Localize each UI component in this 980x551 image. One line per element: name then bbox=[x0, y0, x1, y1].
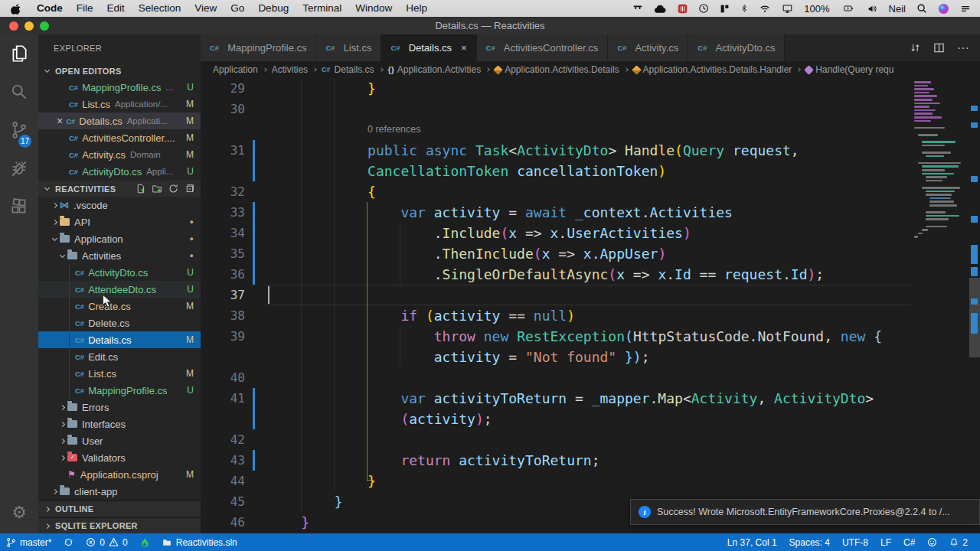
code-line[interactable]: 29 } bbox=[201, 78, 980, 99]
open-editor-item[interactable]: C#MappingProfile.cs...U bbox=[38, 79, 201, 96]
line-number[interactable]: 34 bbox=[201, 223, 245, 243]
line-number[interactable]: 39 bbox=[201, 326, 245, 347]
code-line[interactable]: 39 throw new RestException(HttpStatusCod… bbox=[201, 326, 980, 347]
code-line[interactable]: 36 .SingleOrDefaultAsync(x => x.Id == re… bbox=[201, 264, 980, 285]
minimize-window-button[interactable] bbox=[24, 21, 34, 31]
code-line[interactable]: 31 public async Task<ActivityDto> Handle… bbox=[201, 140, 980, 161]
parallels-icon[interactable] bbox=[678, 4, 688, 14]
code-line[interactable]: 33 var activity = await _context.Activit… bbox=[201, 202, 980, 223]
collapse-all-icon[interactable] bbox=[185, 184, 194, 194]
line-number[interactable]: 29 bbox=[201, 78, 245, 99]
line-number[interactable]: 38 bbox=[201, 305, 245, 326]
titlebar[interactable]: Details.cs — Reactivities bbox=[0, 17, 980, 34]
menu-debug[interactable]: Debug bbox=[251, 0, 296, 17]
vertical-scrollbar[interactable] bbox=[969, 78, 980, 533]
tree-item-edit-cs[interactable]: C#Edit.cs bbox=[38, 348, 201, 365]
tree-item-client-app[interactable]: client-app bbox=[38, 483, 201, 500]
line-number[interactable]: 31 bbox=[201, 140, 245, 161]
siri-icon[interactable] bbox=[938, 3, 949, 15]
tab-activitydto-cs[interactable]: C#ActivityDto.cs bbox=[688, 34, 785, 61]
zoom-window-button[interactable] bbox=[40, 21, 49, 31]
code-line[interactable]: 40 bbox=[201, 367, 980, 388]
tree-item-mappingprofile-cs[interactable]: C#MappingProfile.csU bbox=[38, 382, 201, 399]
open-editor-item[interactable]: C#ActivitiesController....M bbox=[38, 129, 201, 146]
search-icon[interactable] bbox=[0, 73, 38, 111]
open-editors-header[interactable]: OPEN EDITORS bbox=[38, 63, 201, 79]
project-section-header[interactable]: REACTIVITIES bbox=[38, 181, 201, 197]
menu-window[interactable]: Window bbox=[348, 0, 399, 17]
tree-item-attendeedto-cs[interactable]: C#AttendeeDto.csU bbox=[38, 281, 201, 298]
line-number[interactable]: 45 bbox=[201, 491, 245, 512]
tab-activity-cs[interactable]: C#Activity.cs bbox=[608, 34, 688, 61]
close-tab-icon[interactable]: × bbox=[461, 42, 467, 54]
tree-item-interfaces[interactable]: Interfaces bbox=[38, 416, 201, 432]
status-item-left-4[interactable]: Reactivities.sln bbox=[155, 533, 243, 551]
status-item-left-1[interactable] bbox=[57, 533, 80, 551]
airplay-icon[interactable] bbox=[782, 4, 793, 14]
breadcrumb-item[interactable]: {}Application.Activities bbox=[388, 64, 482, 75]
menu-selection[interactable]: Selection bbox=[132, 0, 188, 17]
extensions-icon[interactable] bbox=[0, 187, 38, 226]
menu-file[interactable]: File bbox=[70, 0, 100, 17]
line-number[interactable]: 33 bbox=[201, 202, 245, 223]
more-actions-icon[interactable]: ··· bbox=[957, 41, 969, 55]
code-line[interactable]: 30 bbox=[201, 99, 980, 119]
minimap[interactable] bbox=[911, 78, 969, 533]
status-item-right-3[interactable]: LF bbox=[874, 533, 897, 551]
wifi-icon[interactable] bbox=[759, 4, 771, 14]
new-folder-icon[interactable] bbox=[152, 184, 162, 194]
code-area[interactable]: 29 }300 references31 public async Task<A… bbox=[201, 78, 980, 533]
spotlight-icon[interactable] bbox=[916, 3, 927, 14]
status-item-right-0[interactable]: Ln 37, Col 1 bbox=[721, 533, 783, 551]
notification-toast[interactable]: i Success! Wrote Microsoft.EntityFramewo… bbox=[630, 499, 980, 525]
close-editor-icon[interactable]: × bbox=[57, 115, 63, 127]
line-number[interactable]: 43 bbox=[201, 450, 245, 471]
code-line[interactable]: 32 { bbox=[201, 181, 980, 202]
code-line[interactable]: CancellationToken cancellationToken) bbox=[201, 161, 980, 181]
open-editor-item[interactable]: ×C#Details.csApplicati...M bbox=[38, 112, 201, 129]
line-number[interactable]: 36 bbox=[201, 264, 245, 285]
swap-icon[interactable] bbox=[910, 42, 921, 54]
breadcrumb-item[interactable]: Application.Activities.Details.Handler bbox=[633, 64, 792, 75]
status-item-left-0[interactable]: master* bbox=[0, 533, 57, 551]
tree-item-activities[interactable]: Activities● bbox=[38, 247, 201, 264]
status-item-right-1[interactable]: Spaces: 4 bbox=[783, 533, 836, 551]
tab-details-cs[interactable]: C#Details.cs× bbox=[381, 34, 476, 61]
status-item-right-5[interactable] bbox=[921, 533, 943, 551]
open-editor-item[interactable]: C#ActivityDto.csAppli...U bbox=[38, 163, 201, 180]
line-number[interactable]: 40 bbox=[201, 367, 245, 388]
close-window-button[interactable] bbox=[9, 21, 18, 31]
tree-item-details-cs[interactable]: C#Details.csM bbox=[38, 331, 201, 348]
menu-go[interactable]: Go bbox=[224, 0, 251, 17]
code-line[interactable]: activity = "Not found" }); bbox=[201, 347, 980, 367]
line-number[interactable]: 46 bbox=[201, 512, 245, 533]
code-line[interactable]: (activity); bbox=[201, 409, 980, 429]
menu-code[interactable]: Code bbox=[30, 0, 70, 17]
tree-item-user[interactable]: User bbox=[38, 432, 201, 449]
breadcrumb-item[interactable]: Application bbox=[213, 64, 258, 75]
status-item-left-3[interactable] bbox=[134, 533, 155, 551]
timemachine-icon[interactable] bbox=[698, 3, 709, 14]
menu-terminal[interactable]: Terminal bbox=[296, 0, 348, 17]
line-number[interactable]: 30 bbox=[201, 99, 245, 119]
tab-activitiescontroller-cs[interactable]: C#ActivitiesController.cs bbox=[477, 34, 609, 61]
breadcrumb-item[interactable]: C#Details.cs bbox=[322, 64, 374, 75]
tree-item-delete-cs[interactable]: C#Delete.cs bbox=[38, 315, 201, 331]
menubar-text[interactable]: Neil bbox=[889, 3, 906, 15]
line-number[interactable]: 42 bbox=[201, 429, 245, 450]
debug-icon[interactable] bbox=[0, 149, 38, 187]
code-line[interactable]: 43 return activityToReturn; bbox=[201, 450, 980, 471]
cloud-icon[interactable] bbox=[654, 4, 667, 14]
code-line[interactable]: 0 references bbox=[201, 119, 980, 140]
volume-icon[interactable] bbox=[867, 4, 878, 14]
refresh-icon[interactable] bbox=[168, 184, 178, 194]
tab-mappingprofile-cs[interactable]: C#MappingProfile.cs bbox=[201, 34, 316, 61]
explorer-icon[interactable] bbox=[0, 34, 38, 73]
battery-icon[interactable] bbox=[841, 4, 856, 13]
tree-item-create-cs[interactable]: C#Create.csM bbox=[38, 298, 201, 315]
new-file-icon[interactable] bbox=[136, 184, 145, 194]
code-line[interactable]: 41 var activityToReturn = _mapper.Map<Ac… bbox=[201, 388, 980, 409]
breadcrumb-item[interactable]: Application.Activities.Details bbox=[495, 64, 619, 75]
status-item-right-6[interactable]: 2 bbox=[943, 533, 974, 551]
sqlite-explorer-header[interactable]: SQLITE EXPLORER bbox=[38, 517, 201, 533]
